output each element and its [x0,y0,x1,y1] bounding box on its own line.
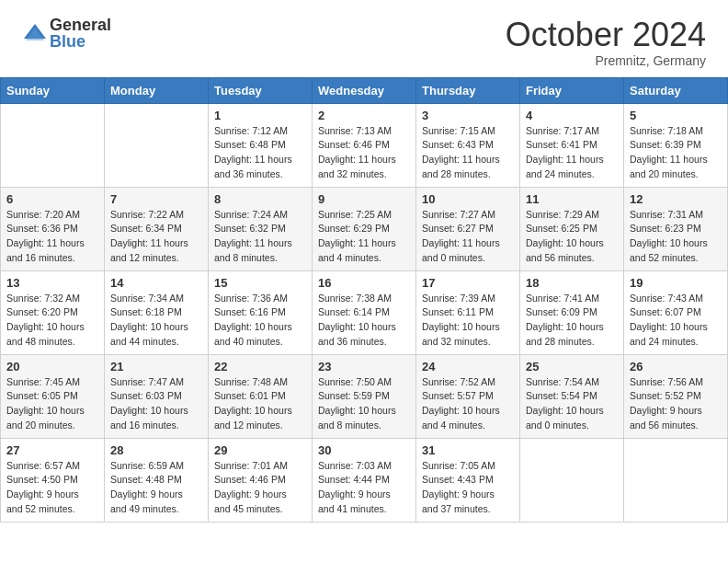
day-info: Sunrise: 7:38 AMSunset: 6:14 PMDaylight:… [318,292,410,350]
calendar-cell: 23Sunrise: 7:50 AMSunset: 5:59 PMDayligh… [313,354,416,438]
calendar-cell: 22Sunrise: 7:48 AMSunset: 6:01 PMDayligh… [209,354,313,438]
day-number: 19 [630,276,722,290]
day-info: Sunrise: 7:24 AMSunset: 6:32 PMDaylight:… [214,208,306,266]
calendar-cell: 25Sunrise: 7:54 AMSunset: 5:54 PMDayligh… [520,354,624,438]
calendar-cell: 15Sunrise: 7:36 AMSunset: 6:16 PMDayligh… [209,270,313,354]
calendar-header-thursday: Thursday [416,77,520,103]
day-info: Sunrise: 7:29 AMSunset: 6:25 PMDaylight:… [526,208,618,266]
day-info: Sunrise: 6:57 AMSunset: 4:50 PMDaylight:… [6,459,98,517]
day-info: Sunrise: 7:01 AMSunset: 4:46 PMDaylight:… [214,459,306,517]
calendar-week-row-3: 13Sunrise: 7:32 AMSunset: 6:20 PMDayligh… [1,270,728,354]
calendar-week-row-5: 27Sunrise: 6:57 AMSunset: 4:50 PMDayligh… [1,438,728,522]
day-info: Sunrise: 7:31 AMSunset: 6:23 PMDaylight:… [630,208,722,266]
calendar-cell: 16Sunrise: 7:38 AMSunset: 6:14 PMDayligh… [313,270,416,354]
day-info: Sunrise: 7:18 AMSunset: 6:39 PMDaylight:… [630,124,722,182]
day-number: 4 [526,109,618,122]
title-block: October 2024 Premnitz, Germany [506,17,706,68]
day-number: 25 [526,360,618,373]
calendar-cell: 5Sunrise: 7:18 AMSunset: 6:39 PMDaylight… [624,103,728,187]
calendar-cell [1,103,105,187]
day-number: 16 [318,276,410,290]
calendar-week-row-2: 6Sunrise: 7:20 AMSunset: 6:36 PMDaylight… [1,187,728,270]
calendar-cell: 14Sunrise: 7:34 AMSunset: 6:18 PMDayligh… [105,270,209,354]
calendar-cell: 10Sunrise: 7:27 AMSunset: 6:27 PMDayligh… [416,187,520,270]
calendar-cell: 2Sunrise: 7:13 AMSunset: 6:46 PMDaylight… [313,103,416,187]
page-header: General Blue October 2024 Premnitz, Germ… [0,0,728,77]
logo-text: General Blue [50,17,111,50]
day-number: 23 [318,360,410,373]
day-info: Sunrise: 7:41 AMSunset: 6:09 PMDaylight:… [526,292,618,350]
day-number: 13 [6,276,98,290]
day-number: 7 [110,192,202,206]
day-info: Sunrise: 7:45 AMSunset: 6:05 PMDaylight:… [6,375,98,433]
calendar-header-monday: Monday [105,77,209,103]
day-number: 30 [318,443,410,457]
calendar-cell [520,438,624,522]
day-number: 11 [526,192,618,206]
day-info: Sunrise: 7:36 AMSunset: 6:16 PMDaylight:… [214,292,306,350]
day-info: Sunrise: 7:48 AMSunset: 6:01 PMDaylight:… [214,375,306,433]
day-number: 2 [318,109,410,122]
logo-blue: Blue [50,33,111,50]
day-info: Sunrise: 7:32 AMSunset: 6:20 PMDaylight:… [6,292,98,350]
day-info: Sunrise: 7:15 AMSunset: 6:43 PMDaylight:… [422,124,514,182]
day-number: 6 [6,192,98,206]
calendar-cell: 17Sunrise: 7:39 AMSunset: 6:11 PMDayligh… [416,270,520,354]
calendar-cell: 7Sunrise: 7:22 AMSunset: 6:34 PMDaylight… [105,187,209,270]
calendar-cell: 31Sunrise: 7:05 AMSunset: 4:43 PMDayligh… [416,438,520,522]
day-number: 24 [422,360,514,373]
calendar-cell: 30Sunrise: 7:03 AMSunset: 4:44 PMDayligh… [313,438,416,522]
day-info: Sunrise: 7:43 AMSunset: 6:07 PMDaylight:… [630,292,722,350]
day-number: 21 [110,360,202,373]
calendar-cell: 19Sunrise: 7:43 AMSunset: 6:07 PMDayligh… [624,270,728,354]
calendar-cell: 28Sunrise: 6:59 AMSunset: 4:48 PMDayligh… [105,438,209,522]
calendar-header-sunday: Sunday [1,77,105,103]
day-number: 5 [630,109,722,122]
day-number: 29 [214,443,306,457]
day-number: 28 [110,443,202,457]
logo-icon [22,20,48,46]
day-number: 10 [422,192,514,206]
day-info: Sunrise: 7:25 AMSunset: 6:29 PMDaylight:… [318,208,410,266]
calendar-cell: 1Sunrise: 7:12 AMSunset: 6:48 PMDaylight… [209,103,313,187]
calendar-header-wednesday: Wednesday [313,77,416,103]
calendar-cell: 9Sunrise: 7:25 AMSunset: 6:29 PMDaylight… [313,187,416,270]
calendar-header-row: SundayMondayTuesdayWednesdayThursdayFrid… [1,77,728,103]
logo-general: General [50,17,111,33]
day-info: Sunrise: 7:47 AMSunset: 6:03 PMDaylight:… [110,375,202,433]
day-number: 27 [6,443,98,457]
day-info: Sunrise: 6:59 AMSunset: 4:48 PMDaylight:… [110,459,202,517]
calendar-cell: 29Sunrise: 7:01 AMSunset: 4:46 PMDayligh… [209,438,313,522]
calendar-cell: 12Sunrise: 7:31 AMSunset: 6:23 PMDayligh… [624,187,728,270]
day-number: 17 [422,276,514,290]
day-number: 22 [214,360,306,373]
day-number: 9 [318,192,410,206]
calendar-cell: 20Sunrise: 7:45 AMSunset: 6:05 PMDayligh… [1,354,105,438]
day-number: 15 [214,276,306,290]
day-number: 26 [630,360,722,373]
calendar-table: SundayMondayTuesdayWednesdayThursdayFrid… [0,77,728,523]
day-number: 18 [526,276,618,290]
calendar-cell: 27Sunrise: 6:57 AMSunset: 4:50 PMDayligh… [1,438,105,522]
calendar-week-row-1: 1Sunrise: 7:12 AMSunset: 6:48 PMDaylight… [1,103,728,187]
day-info: Sunrise: 7:17 AMSunset: 6:41 PMDaylight:… [526,124,618,182]
day-info: Sunrise: 7:22 AMSunset: 6:34 PMDaylight:… [110,208,202,266]
logo: General Blue [22,17,111,50]
day-number: 12 [630,192,722,206]
day-info: Sunrise: 7:20 AMSunset: 6:36 PMDaylight:… [6,208,98,266]
location: Premnitz, Germany [506,53,706,68]
day-number: 1 [214,109,306,122]
day-info: Sunrise: 7:27 AMSunset: 6:27 PMDaylight:… [422,208,514,266]
calendar-cell: 11Sunrise: 7:29 AMSunset: 6:25 PMDayligh… [520,187,624,270]
calendar-cell: 26Sunrise: 7:56 AMSunset: 5:52 PMDayligh… [624,354,728,438]
day-number: 20 [6,360,98,373]
calendar-cell [624,438,728,522]
day-info: Sunrise: 7:54 AMSunset: 5:54 PMDaylight:… [526,375,618,433]
day-info: Sunrise: 7:12 AMSunset: 6:48 PMDaylight:… [214,124,306,182]
day-info: Sunrise: 7:39 AMSunset: 6:11 PMDaylight:… [422,292,514,350]
calendar-cell: 4Sunrise: 7:17 AMSunset: 6:41 PMDaylight… [520,103,624,187]
day-info: Sunrise: 7:05 AMSunset: 4:43 PMDaylight:… [422,459,514,517]
calendar-cell: 18Sunrise: 7:41 AMSunset: 6:09 PMDayligh… [520,270,624,354]
day-number: 31 [422,443,514,457]
calendar-cell: 21Sunrise: 7:47 AMSunset: 6:03 PMDayligh… [105,354,209,438]
